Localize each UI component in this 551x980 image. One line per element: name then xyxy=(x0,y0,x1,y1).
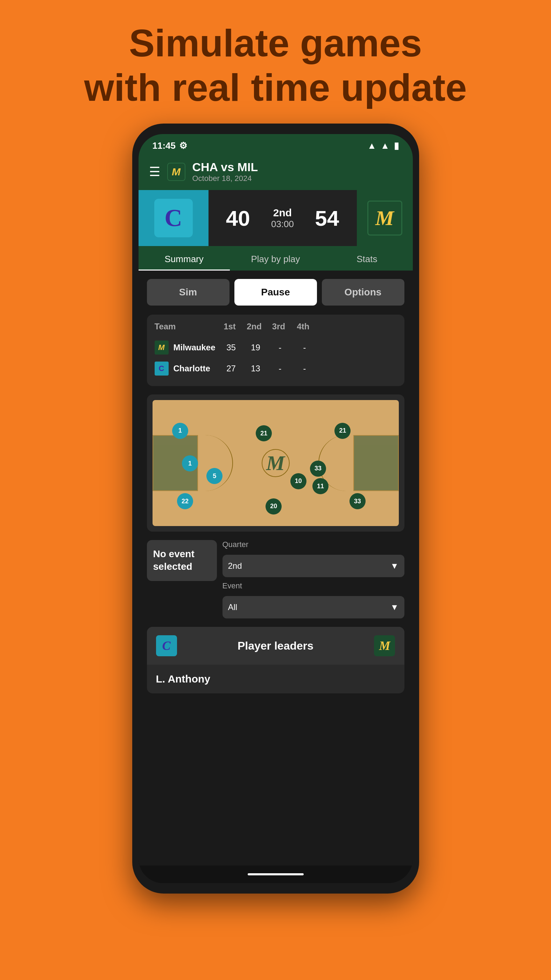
player-name: L. Anthony xyxy=(147,665,405,694)
right-score: 54 xyxy=(315,206,339,231)
game-clock: 03:00 xyxy=(271,219,294,230)
sim-button[interactable]: Sim xyxy=(147,279,230,305)
quarter-label: 2nd xyxy=(271,207,294,219)
home-indicator xyxy=(248,873,304,875)
cha-q3: - xyxy=(268,364,292,374)
app-header: ☰ M CHA vs MIL October 18, 2024 xyxy=(138,155,413,190)
cha-team-name: Charlotte xyxy=(173,364,219,374)
event-select[interactable]: All ▼ xyxy=(222,596,405,619)
score-table-header: Team 1st 2nd 3rd 4th xyxy=(155,321,397,331)
mil-q4: - xyxy=(292,343,317,352)
col-q2-header: 2nd xyxy=(242,321,267,331)
left-score: 40 xyxy=(226,206,250,231)
court-center-logo: M xyxy=(266,451,285,475)
player-token-4: 21 xyxy=(256,425,272,441)
player-token-3: 22 xyxy=(177,493,193,509)
mil-q2: 19 xyxy=(243,343,268,352)
left-team-banner: C xyxy=(138,190,208,246)
status-bar: 11:45 ⚙ ▲ ▲ ▮ xyxy=(138,134,413,155)
options-button[interactable]: Options xyxy=(322,279,405,305)
player-token-8: 11 xyxy=(313,478,329,494)
player-leaders: C Player leaders M L. Anthony xyxy=(147,627,405,694)
cha-logo-small: C xyxy=(155,361,168,375)
leaders-cha-logo: C xyxy=(156,635,177,656)
court-container: M 1152221102033112133 xyxy=(147,395,405,531)
quarter-info: 2nd 03:00 xyxy=(271,207,294,230)
player-token-5: 10 xyxy=(291,473,306,489)
quarter-select[interactable]: 2nd ▼ xyxy=(222,555,405,577)
cha-q2: 13 xyxy=(243,364,268,374)
col-q4-header: 4th xyxy=(291,321,316,331)
tab-play-by-play[interactable]: Play by play xyxy=(230,246,321,270)
mil-logo-small: M xyxy=(155,340,168,355)
filters-col: Quarter 2nd ▼ Event All ▼ xyxy=(222,540,405,619)
mil-q3: - xyxy=(268,343,292,352)
filter-row: 2nd ▼ xyxy=(222,555,405,577)
table-row: M Milwaukee 35 19 - - xyxy=(155,337,397,358)
pause-button[interactable]: Pause xyxy=(234,279,317,305)
settings-icon: ⚙ xyxy=(179,140,187,151)
no-event-box: No event selected xyxy=(147,540,217,581)
header-team-logo: M xyxy=(167,163,186,181)
header-matchup: CHA vs MIL xyxy=(192,160,402,174)
cha-q1: 27 xyxy=(219,364,243,374)
menu-button[interactable]: ☰ xyxy=(149,164,160,179)
tab-summary[interactable]: Summary xyxy=(138,246,230,270)
score-center: 40 2nd 03:00 54 xyxy=(208,190,357,246)
sim-controls: Sim Pause Options xyxy=(147,279,405,305)
status-time: 11:45 xyxy=(152,140,176,151)
status-bar-left: 11:45 ⚙ xyxy=(152,140,187,151)
player-token-9: 21 xyxy=(335,423,351,439)
hero-title: Simulate games with real time update xyxy=(84,21,467,110)
event-filter-row: All ▼ xyxy=(222,596,405,619)
status-bar-right: ▲ ▲ ▮ xyxy=(367,140,399,151)
tab-stats[interactable]: Stats xyxy=(321,246,413,270)
header-date: October 18, 2024 xyxy=(192,174,402,183)
player-token-10: 33 xyxy=(349,493,365,509)
wifi-icon: ▲ xyxy=(367,140,376,151)
player-token-6: 20 xyxy=(265,498,282,514)
event-filter-label: Event xyxy=(222,581,405,590)
score-section: C 40 2nd 03:00 54 M xyxy=(138,190,413,246)
mil-team-name: Milwaukee xyxy=(173,343,219,352)
phone-shell: 11:45 ⚙ ▲ ▲ ▮ ☰ M CHA vs MIL October 18,… xyxy=(132,124,419,894)
leaders-mil-logo: M xyxy=(374,635,395,656)
home-bar xyxy=(138,865,413,883)
event-section: No event selected Quarter 2nd ▼ Event Al… xyxy=(147,540,405,619)
chevron-down-icon: ▼ xyxy=(391,561,399,571)
player-token-7: 33 xyxy=(310,461,326,477)
right-team-logo: M xyxy=(367,200,402,235)
leaders-title: Player leaders xyxy=(238,640,313,652)
col-q1-header: 1st xyxy=(218,321,242,331)
player-token-0: 1 xyxy=(172,423,188,439)
cha-q4: - xyxy=(292,364,317,374)
table-row: C Charlotte 27 13 - - xyxy=(155,358,397,379)
col-q3-header: 3rd xyxy=(267,321,291,331)
battery-icon: ▮ xyxy=(394,140,399,151)
left-team-logo: C xyxy=(154,199,193,237)
main-content: Sim Pause Options Team 1st 2nd 3rd 4th M… xyxy=(138,270,413,865)
header-text: CHA vs MIL October 18, 2024 xyxy=(192,160,402,183)
col-team-header: Team xyxy=(155,321,218,331)
score-table: Team 1st 2nd 3rd 4th M Milwaukee 35 19 -… xyxy=(147,315,405,386)
right-team-banner: M xyxy=(357,190,413,246)
mil-q1: 35 xyxy=(219,343,243,352)
hero-line1: Simulate games with real time update xyxy=(84,21,467,110)
player-leaders-header: C Player leaders M xyxy=(147,627,405,665)
tab-bar: Summary Play by play Stats xyxy=(138,246,413,270)
chevron-down-icon-2: ▼ xyxy=(391,602,399,612)
basketball-court: M 1152221102033112133 xyxy=(152,400,399,526)
quarter-filter-label: Quarter xyxy=(222,540,405,549)
phone-screen: 11:45 ⚙ ▲ ▲ ▮ ☰ M CHA vs MIL October 18,… xyxy=(138,134,413,883)
signal-icon: ▲ xyxy=(381,140,390,151)
